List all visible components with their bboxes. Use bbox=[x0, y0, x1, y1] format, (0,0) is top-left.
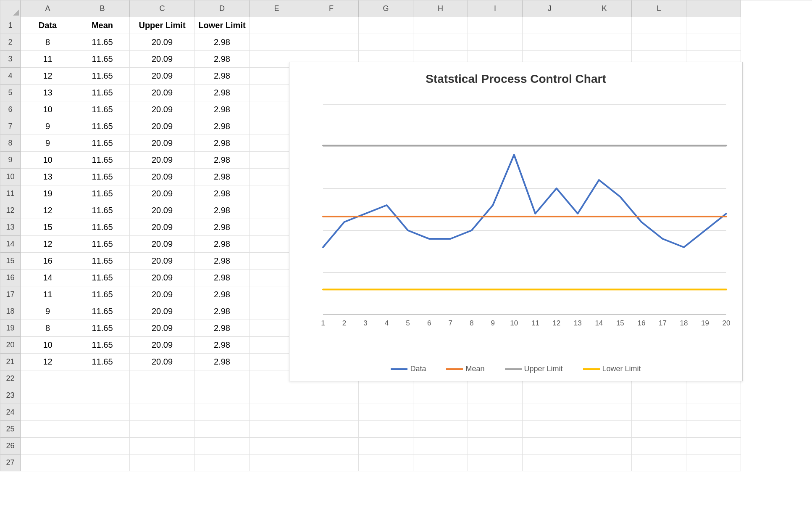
cell-blank[interactable] bbox=[686, 438, 741, 455]
row-header-16[interactable]: 16 bbox=[0, 270, 21, 286]
row-header-12[interactable]: 12 bbox=[0, 202, 21, 219]
column-header-L[interactable]: L bbox=[632, 0, 686, 17]
cell-D13[interactable]: 2.98 bbox=[195, 219, 250, 236]
cell-H24[interactable] bbox=[413, 404, 468, 421]
cell-C14[interactable]: 20.09 bbox=[130, 236, 195, 253]
cell-D21[interactable]: 2.98 bbox=[195, 354, 250, 370]
column-header-H[interactable]: H bbox=[413, 0, 468, 17]
cell-C12[interactable]: 20.09 bbox=[130, 202, 195, 219]
cell-J1[interactable] bbox=[523, 17, 577, 34]
row-header-22[interactable]: 22 bbox=[0, 370, 21, 387]
row-header-2[interactable]: 2 bbox=[0, 34, 21, 51]
cell-L24[interactable] bbox=[632, 404, 686, 421]
row-header-27[interactable]: 27 bbox=[0, 455, 21, 471]
cell-I25[interactable] bbox=[468, 421, 523, 438]
cell-blank[interactable] bbox=[686, 34, 741, 51]
cell-C17[interactable]: 20.09 bbox=[130, 286, 195, 303]
cell-A12[interactable]: 12 bbox=[21, 202, 75, 219]
cell-D15[interactable]: 2.98 bbox=[195, 253, 250, 270]
cell-G23[interactable] bbox=[359, 387, 413, 404]
row-header-9[interactable]: 9 bbox=[0, 152, 21, 169]
cell-C21[interactable]: 20.09 bbox=[130, 354, 195, 370]
row-header-20[interactable]: 20 bbox=[0, 337, 21, 354]
cell-C25[interactable] bbox=[130, 421, 195, 438]
cell-C18[interactable]: 20.09 bbox=[130, 303, 195, 320]
cell-D16[interactable]: 2.98 bbox=[195, 270, 250, 286]
cell-D24[interactable] bbox=[195, 404, 250, 421]
cell-E24[interactable] bbox=[250, 404, 304, 421]
cell-B4[interactable]: 11.65 bbox=[75, 68, 130, 85]
cell-B24[interactable] bbox=[75, 404, 130, 421]
cell-B10[interactable]: 11.65 bbox=[75, 169, 130, 185]
row-header-3[interactable]: 3 bbox=[0, 51, 21, 68]
column-header-E[interactable]: E bbox=[250, 0, 304, 17]
cell-I26[interactable] bbox=[468, 438, 523, 455]
row-header-1[interactable]: 1 bbox=[0, 17, 21, 34]
cell-H27[interactable] bbox=[413, 455, 468, 471]
cell-C23[interactable] bbox=[130, 387, 195, 404]
column-header-K[interactable]: K bbox=[577, 0, 632, 17]
cell-B1[interactable]: Mean bbox=[75, 17, 130, 34]
cell-I2[interactable] bbox=[468, 34, 523, 51]
cell-D10[interactable]: 2.98 bbox=[195, 169, 250, 185]
cell-D19[interactable]: 2.98 bbox=[195, 320, 250, 337]
cell-B8[interactable]: 11.65 bbox=[75, 135, 130, 152]
cell-D26[interactable] bbox=[195, 438, 250, 455]
cell-I27[interactable] bbox=[468, 455, 523, 471]
cell-L27[interactable] bbox=[632, 455, 686, 471]
cell-K1[interactable] bbox=[577, 17, 632, 34]
cell-B25[interactable] bbox=[75, 421, 130, 438]
cell-K24[interactable] bbox=[577, 404, 632, 421]
cell-G1[interactable] bbox=[359, 17, 413, 34]
column-header-I[interactable]: I bbox=[468, 0, 523, 17]
cell-F1[interactable] bbox=[304, 17, 359, 34]
cell-D7[interactable]: 2.98 bbox=[195, 118, 250, 135]
cell-A20[interactable]: 10 bbox=[21, 337, 75, 354]
cell-C6[interactable]: 20.09 bbox=[130, 101, 195, 118]
row-header-7[interactable]: 7 bbox=[0, 118, 21, 135]
cell-F24[interactable] bbox=[304, 404, 359, 421]
cell-K2[interactable] bbox=[577, 34, 632, 51]
cell-C10[interactable]: 20.09 bbox=[130, 169, 195, 185]
cell-C7[interactable]: 20.09 bbox=[130, 118, 195, 135]
cell-A14[interactable]: 12 bbox=[21, 236, 75, 253]
cell-C16[interactable]: 20.09 bbox=[130, 270, 195, 286]
cell-B11[interactable]: 11.65 bbox=[75, 185, 130, 202]
cell-B7[interactable]: 11.65 bbox=[75, 118, 130, 135]
cell-A3[interactable]: 11 bbox=[21, 51, 75, 68]
column-header-blank[interactable] bbox=[686, 0, 741, 17]
cell-F23[interactable] bbox=[304, 387, 359, 404]
cell-blank[interactable] bbox=[686, 387, 741, 404]
cell-A2[interactable]: 8 bbox=[21, 34, 75, 51]
cell-A10[interactable]: 13 bbox=[21, 169, 75, 185]
row-header-11[interactable]: 11 bbox=[0, 185, 21, 202]
cell-E23[interactable] bbox=[250, 387, 304, 404]
row-header-15[interactable]: 15 bbox=[0, 253, 21, 270]
cell-blank[interactable] bbox=[686, 404, 741, 421]
cell-A8[interactable]: 9 bbox=[21, 135, 75, 152]
cell-E26[interactable] bbox=[250, 438, 304, 455]
cell-A18[interactable]: 9 bbox=[21, 303, 75, 320]
cell-H2[interactable] bbox=[413, 34, 468, 51]
cell-B15[interactable]: 11.65 bbox=[75, 253, 130, 270]
cell-E1[interactable] bbox=[250, 17, 304, 34]
cell-A6[interactable]: 10 bbox=[21, 101, 75, 118]
row-header-13[interactable]: 13 bbox=[0, 219, 21, 236]
cell-blank[interactable] bbox=[686, 421, 741, 438]
cell-D2[interactable]: 2.98 bbox=[195, 34, 250, 51]
row-header-17[interactable]: 17 bbox=[0, 286, 21, 303]
cell-D18[interactable]: 2.98 bbox=[195, 303, 250, 320]
cell-B23[interactable] bbox=[75, 387, 130, 404]
cell-L23[interactable] bbox=[632, 387, 686, 404]
cell-G27[interactable] bbox=[359, 455, 413, 471]
cell-G26[interactable] bbox=[359, 438, 413, 455]
row-header-23[interactable]: 23 bbox=[0, 387, 21, 404]
cell-E25[interactable] bbox=[250, 421, 304, 438]
cell-B2[interactable]: 11.65 bbox=[75, 34, 130, 51]
cell-F26[interactable] bbox=[304, 438, 359, 455]
cell-B12[interactable]: 11.65 bbox=[75, 202, 130, 219]
cell-B19[interactable]: 11.65 bbox=[75, 320, 130, 337]
cell-A23[interactable] bbox=[21, 387, 75, 404]
cell-D23[interactable] bbox=[195, 387, 250, 404]
row-header-8[interactable]: 8 bbox=[0, 135, 21, 152]
